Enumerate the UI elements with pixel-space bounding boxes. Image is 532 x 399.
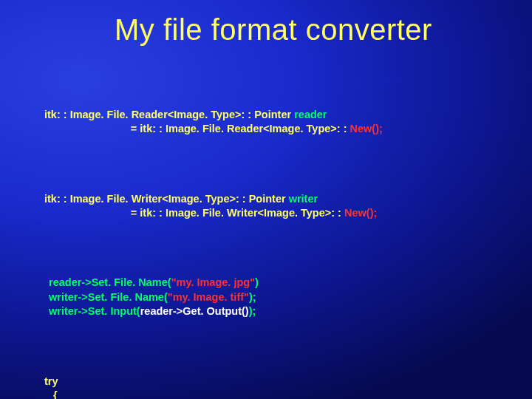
- writer-new-call: New();: [344, 207, 377, 219]
- writer-decl-type: itk: : Image. File. Writer<Image. Type>:…: [44, 193, 289, 205]
- writer-setinput-close: );: [249, 305, 256, 317]
- writer-setfn-close: );: [249, 291, 256, 303]
- reader-decl-block: itk: : Image. File. Reader<Image. Type>:…: [44, 108, 502, 137]
- slide-title: My file format converter: [44, 13, 502, 47]
- writer-filename: "my. Image. tiff": [168, 291, 249, 303]
- code-body: itk: : Image. File. Reader<Image. Type>:…: [44, 64, 502, 399]
- reader-new-call: New();: [350, 123, 383, 134]
- reader-filename: "my. Image. jpg": [171, 276, 255, 288]
- reader-getoutput: reader->Get. Output(): [140, 305, 249, 317]
- writer-assign-lhs: = itk: : Image. File. Writer<Image. Type…: [44, 207, 344, 219]
- reader-assign-lhs: = itk: : Image. File. Reader<Image. Type…: [44, 123, 350, 134]
- try-catch-block: try { writer- >Update(); } catch (itk: :…: [44, 375, 502, 399]
- reader-var: reader: [294, 109, 327, 120]
- try-kw: try: [44, 375, 58, 387]
- reader-setfn-call: reader->Set. File. Name(: [49, 276, 171, 288]
- setfilename-block: reader->Set. File. Name("my. Image. jpg"…: [44, 276, 502, 319]
- reader-setfn-close: ): [255, 276, 259, 288]
- writer-setinput-call: writer->Set. Input(: [49, 305, 140, 317]
- try-open-brace: {: [44, 389, 58, 399]
- writer-decl-block: itk: : Image. File. Writer<Image. Type>:…: [44, 192, 502, 221]
- writer-var: writer: [289, 193, 318, 205]
- slide: My file format converter itk: : Image. F…: [0, 0, 532, 399]
- writer-setfn-call: writer->Set. File. Name(: [49, 291, 168, 303]
- reader-decl-type: itk: : Image. File. Reader<Image. Type>:…: [44, 109, 294, 120]
